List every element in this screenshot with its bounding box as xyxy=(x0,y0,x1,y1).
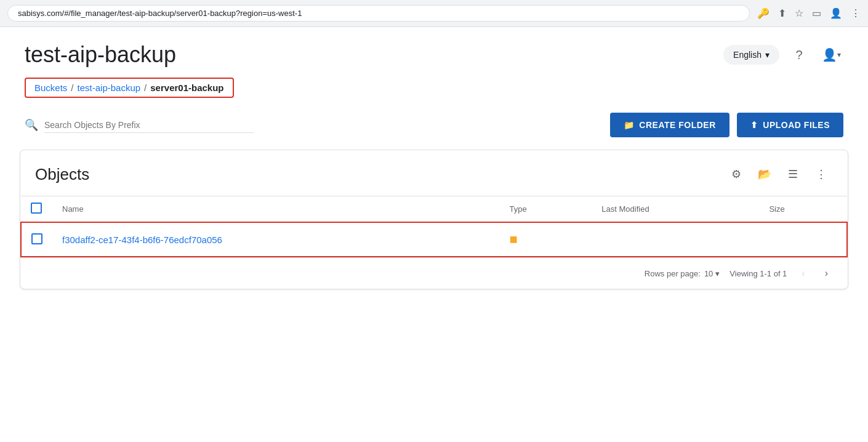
folder-name-link[interactable]: f30daff2-ce17-43f4-b6f6-76edcf70a056 xyxy=(62,235,222,245)
breadcrumb: Buckets / test-aip-backup / server01-bac… xyxy=(25,78,234,98)
rows-per-page-select[interactable]: 10 ▾ xyxy=(704,269,720,278)
key-icon[interactable]: 🔑 xyxy=(757,7,770,19)
settings-button[interactable]: ⚙ xyxy=(725,163,748,186)
table-header: Name Type Last Modified Size xyxy=(21,196,847,223)
share-icon[interactable]: ⬆ xyxy=(778,7,786,19)
breadcrumb-buckets-link[interactable]: Buckets xyxy=(34,82,67,93)
list-view-button[interactable]: ☰ xyxy=(781,163,805,186)
account-icon: 👤 xyxy=(822,47,837,62)
content-area: Objects ⚙ 📂 ☰ ⋮ xyxy=(0,150,868,309)
breadcrumb-current: server01-backup xyxy=(150,82,223,93)
create-folder-button[interactable]: 📁 CREATE FOLDER xyxy=(610,113,729,137)
row-name-cell: f30daff2-ce17-43f4-b6f6-76edcf70a056 xyxy=(52,222,500,257)
table-body: f30daff2-ce17-43f4-b6f6-76edcf70a056 ■ xyxy=(21,222,847,257)
breadcrumb-section: Buckets / test-aip-backup / server01-bac… xyxy=(0,75,868,108)
help-icon: ? xyxy=(795,48,802,62)
person-icon[interactable]: 👤 xyxy=(830,7,842,19)
folder-icon: 📁 xyxy=(624,120,635,130)
search-input[interactable] xyxy=(44,118,254,133)
next-page-button[interactable]: › xyxy=(820,265,833,281)
upload-files-button[interactable]: ⬆ UPLOAD FILES xyxy=(737,113,843,137)
rows-per-page-value: 10 xyxy=(704,269,713,278)
upload-icon: ⬆ xyxy=(750,120,758,130)
select-all-checkbox[interactable] xyxy=(31,203,42,214)
list-icon: ☰ xyxy=(788,167,798,181)
th-last-modified: Last Modified xyxy=(592,196,759,223)
account-button[interactable]: 👤 ▾ xyxy=(819,42,843,67)
table-row: f30daff2-ce17-43f4-b6f6-76edcf70a056 ■ xyxy=(21,222,847,257)
search-icon: 🔍 xyxy=(25,118,38,132)
breadcrumb-sep-2: / xyxy=(144,82,147,93)
settings-icon: ⚙ xyxy=(731,167,741,181)
action-buttons: 📁 CREATE FOLDER ⬆ UPLOAD FILES xyxy=(610,113,843,137)
toolbar: 🔍 📁 CREATE FOLDER ⬆ UPLOAD FILES xyxy=(0,108,868,150)
prev-page-button[interactable]: ‹ xyxy=(797,265,810,281)
tablet-icon[interactable]: ▭ xyxy=(812,7,821,19)
create-folder-label: CREATE FOLDER xyxy=(639,120,715,130)
upload-files-label: UPLOAD FILES xyxy=(763,120,830,130)
account-chevron-icon: ▾ xyxy=(837,50,841,59)
breadcrumb-bucket-link[interactable]: test-aip-backup xyxy=(78,82,141,93)
row-size-cell xyxy=(759,222,847,257)
chevron-down-icon: ▾ xyxy=(765,50,770,60)
rows-per-page-chevron: ▾ xyxy=(715,269,720,278)
row-type-cell: ■ xyxy=(500,222,592,257)
page: test-aip-backup English ▾ ? 👤 ▾ Buckets … xyxy=(0,27,868,442)
page-header: test-aip-backup English ▾ ? 👤 ▾ xyxy=(0,27,868,75)
more-options-button[interactable]: ⋮ xyxy=(810,163,833,186)
language-label: English xyxy=(733,50,762,60)
rows-per-page: Rows per page: 10 ▾ xyxy=(645,269,720,278)
th-type: Type xyxy=(500,196,592,223)
browser-icons: 🔑 ⬆ ☆ ▭ 👤 ⋮ xyxy=(757,7,861,19)
th-checkbox xyxy=(21,196,52,223)
breadcrumb-sep-1: / xyxy=(71,82,73,93)
help-button[interactable]: ? xyxy=(787,42,811,67)
objects-section-header: Objects ⚙ 📂 ☰ ⋮ xyxy=(20,163,848,196)
folder-clock-button[interactable]: 📂 xyxy=(753,163,776,186)
pagination: Rows per page: 10 ▾ Viewing 1-1 of 1 ‹ › xyxy=(20,257,848,289)
browser-chrome: sabisys.com/#/file_manager/test-aip-back… xyxy=(0,0,868,27)
folder-type-icon: ■ xyxy=(510,231,518,247)
th-size: Size xyxy=(759,196,847,223)
star-icon[interactable]: ☆ xyxy=(795,7,803,19)
language-button[interactable]: English ▾ xyxy=(723,45,779,65)
viewing-info: Viewing 1-1 of 1 xyxy=(729,269,787,278)
folder-clock-icon: 📂 xyxy=(758,167,771,181)
more-vert-icon: ⋮ xyxy=(816,167,827,181)
rows-per-page-label: Rows per page: xyxy=(645,269,701,278)
more-icon[interactable]: ⋮ xyxy=(851,7,861,19)
objects-tools: ⚙ 📂 ☰ ⋮ xyxy=(725,163,833,186)
search-area: 🔍 xyxy=(25,118,332,133)
row-checkbox[interactable] xyxy=(31,233,42,244)
row-checkbox-cell xyxy=(21,222,52,257)
page-title: test-aip-backup xyxy=(25,42,176,68)
th-name: Name xyxy=(52,196,500,223)
objects-table: Name Type Last Modified Size f30daff2-ce… xyxy=(20,196,848,257)
objects-card: Objects ⚙ 📂 ☰ ⋮ xyxy=(20,150,848,289)
address-bar[interactable]: sabisys.com/#/file_manager/test-aip-back… xyxy=(7,5,750,22)
header-actions: English ▾ ? 👤 ▾ xyxy=(723,42,843,67)
objects-title: Objects xyxy=(35,165,89,184)
row-last-modified-cell xyxy=(592,222,759,257)
